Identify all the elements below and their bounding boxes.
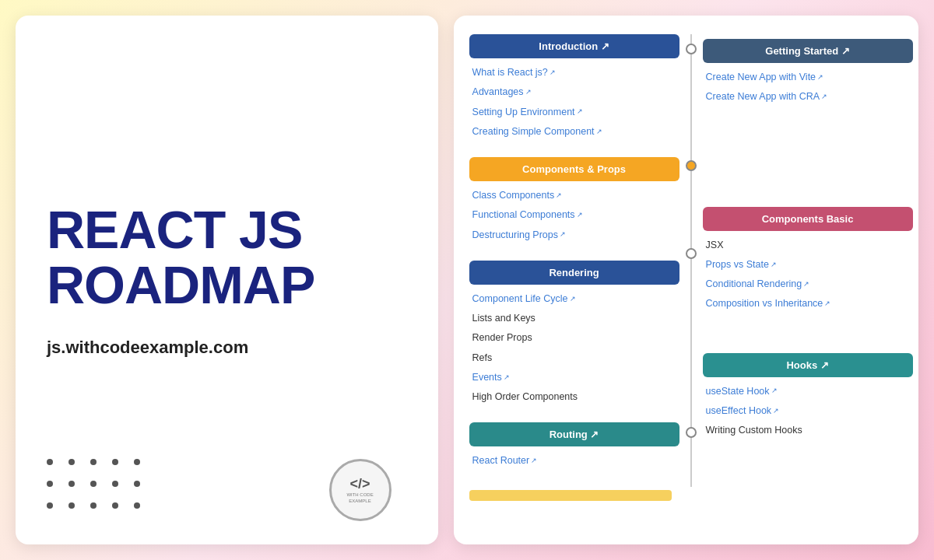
events-link[interactable]: Events↗ [469,368,679,387]
roadmap-panel: Introduction ↗ What is React js?↗ Advant… [454,16,918,544]
rendering-node [686,248,697,259]
routing-node [686,427,697,438]
getting-started-header: Getting Started ↗ [703,39,913,63]
intro-node [686,44,697,54]
introduction-header: Introduction ↗ [469,34,679,58]
components-basic-header: Components Basic [703,207,913,231]
right-spacer-2 [703,330,913,353]
components-props-header: Components & Props [469,157,679,181]
logo-circle: </> WITH CODEEXAMPLE [329,459,392,521]
refs-item: Refs [469,348,679,368]
hoc-item: High Order Components [469,387,679,407]
advantages-link[interactable]: Advantages↗ [469,82,679,102]
custom-hooks-item: Writing Custom Hooks [703,421,913,440]
render-props-item: Render Props [469,328,679,348]
bottom-peek [469,490,672,501]
vite-link[interactable]: Create New App with Vite↗ [703,68,913,87]
functional-components-link[interactable]: Functional Components↗ [469,205,679,225]
components-node [686,160,697,171]
conditional-rendering-link[interactable]: Conditional Rendering↗ [703,275,913,294]
class-components-link[interactable]: Class Components↗ [469,186,679,205]
dots-decoration [47,459,145,513]
roadmap-left-column: Introduction ↗ What is React js?↗ Advant… [469,34,679,487]
logo-subtitle: WITH CODEEXAMPLE [346,492,373,503]
composition-inheritance-link[interactable]: Composition vs Inheritance↗ [703,294,913,313]
website-label: js.withcodeexample.com [47,338,407,358]
usestate-link[interactable]: useState Hook↗ [703,382,913,401]
center-timeline [679,34,703,487]
introduction-section: Introduction ↗ What is React js?↗ Advant… [469,34,679,142]
rendering-header: Rendering [469,261,679,285]
rendering-section: Rendering Component Life Cycle↗ Lists an… [469,261,679,408]
hooks-section: Hooks ↗ useState Hook↗ useEffect Hook↗ W… [703,353,913,441]
getting-started-section: Getting Started ↗ Create New App with Vi… [703,39,913,107]
lifecycle-link[interactable]: Component Life Cycle↗ [469,289,679,309]
main-title: REACT JS ROADMAP [47,202,407,313]
components-basic-section: Components Basic JSX Props vs State↗ Con… [703,207,913,314]
logo-code-icon: </> [350,476,370,492]
destructuring-props-link[interactable]: Destructuring Props↗ [469,226,679,245]
routing-section: Routing ↗ React Router↗ [469,422,679,471]
setting-up-link[interactable]: Setting Up Environment↗ [469,103,679,122]
right-spacer-1 [703,123,913,207]
left-panel: REACT JS ROADMAP js.withcodeexample.com … [16,16,438,544]
hooks-header: Hooks ↗ [703,353,913,377]
jsx-item: JSX [703,236,913,255]
props-state-link[interactable]: Props vs State↗ [703,255,913,275]
routing-header: Routing ↗ [469,422,679,446]
lists-keys-item: Lists and Keys [469,309,679,328]
creating-component-link[interactable]: Creating Simple Component↗ [469,122,679,142]
what-is-react-link[interactable]: What is React js?↗ [469,63,679,82]
cra-link[interactable]: Create New App with CRA↗ [703,87,913,107]
components-props-section: Components & Props Class Components↗ Fun… [469,157,679,245]
react-router-link[interactable]: React Router↗ [469,451,679,471]
useeffect-link[interactable]: useEffect Hook↗ [703,401,913,421]
roadmap-right-column: Getting Started ↗ Create New App with Vi… [703,34,913,487]
